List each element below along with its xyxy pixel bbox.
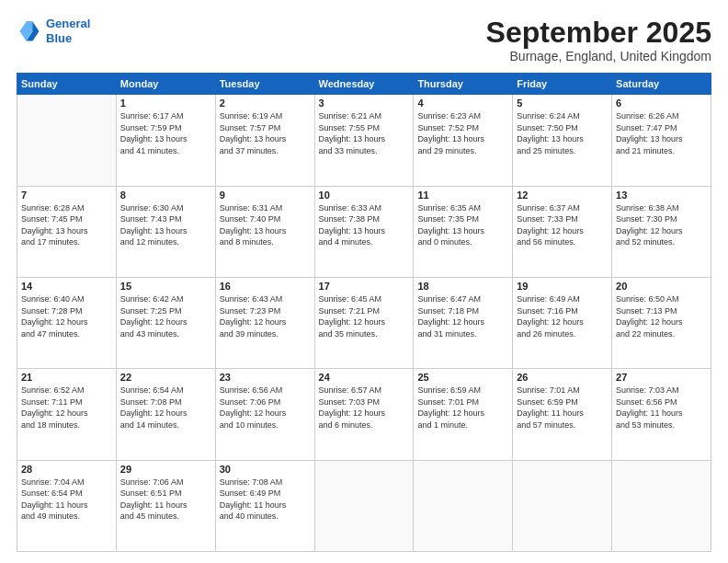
day-info: Sunrise: 6:21 AM Sunset: 7:55 PM Dayligh…	[319, 110, 410, 156]
day-info: Sunrise: 6:37 AM Sunset: 7:33 PM Dayligh…	[517, 202, 608, 248]
day-info: Sunrise: 6:38 AM Sunset: 7:30 PM Dayligh…	[616, 202, 707, 248]
day-number: 29	[120, 464, 211, 475]
day-number: 21	[21, 372, 112, 383]
day-info: Sunrise: 6:33 AM Sunset: 7:38 PM Dayligh…	[319, 202, 410, 248]
calendar-cell: 4Sunrise: 6:23 AM Sunset: 7:52 PM Daylig…	[414, 95, 513, 186]
calendar-cell: 10Sunrise: 6:33 AM Sunset: 7:38 PM Dayli…	[314, 186, 414, 277]
day-number: 1	[120, 98, 211, 109]
day-info: Sunrise: 6:54 AM Sunset: 7:08 PM Dayligh…	[120, 385, 211, 431]
day-number: 22	[120, 372, 211, 383]
day-number: 12	[517, 190, 608, 201]
calendar-cell: 18Sunrise: 6:47 AM Sunset: 7:18 PM Dayli…	[414, 277, 513, 368]
month-title: September 2025	[486, 17, 711, 49]
logo-text: General Blue	[46, 17, 90, 45]
calendar-cell: 3Sunrise: 6:21 AM Sunset: 7:55 PM Daylig…	[314, 95, 414, 186]
day-number: 24	[319, 372, 410, 383]
day-info: Sunrise: 6:28 AM Sunset: 7:45 PM Dayligh…	[21, 202, 112, 248]
calendar-cell	[314, 460, 414, 551]
day-number: 30	[220, 464, 311, 475]
calendar-cell: 21Sunrise: 6:52 AM Sunset: 7:11 PM Dayli…	[17, 369, 117, 460]
day-number: 17	[319, 281, 410, 292]
calendar-cell: 23Sunrise: 6:56 AM Sunset: 7:06 PM Dayli…	[215, 369, 314, 460]
logo-line2: Blue	[46, 31, 72, 45]
calendar-cell: 24Sunrise: 6:57 AM Sunset: 7:03 PM Dayli…	[314, 369, 414, 460]
calendar-cell: 13Sunrise: 6:38 AM Sunset: 7:30 PM Dayli…	[612, 186, 711, 277]
day-number: 11	[417, 190, 508, 201]
day-info: Sunrise: 6:24 AM Sunset: 7:50 PM Dayligh…	[517, 110, 608, 156]
calendar-cell: 8Sunrise: 6:30 AM Sunset: 7:43 PM Daylig…	[116, 186, 215, 277]
day-number: 16	[220, 281, 311, 292]
weekday-header: Thursday	[414, 74, 513, 95]
day-number: 26	[517, 372, 608, 383]
day-info: Sunrise: 6:49 AM Sunset: 7:16 PM Dayligh…	[517, 293, 608, 339]
calendar-cell: 12Sunrise: 6:37 AM Sunset: 7:33 PM Dayli…	[513, 186, 612, 277]
calendar-cell: 9Sunrise: 6:31 AM Sunset: 7:40 PM Daylig…	[215, 186, 314, 277]
day-info: Sunrise: 6:31 AM Sunset: 7:40 PM Dayligh…	[220, 202, 311, 248]
day-number: 23	[220, 372, 311, 383]
day-info: Sunrise: 6:43 AM Sunset: 7:23 PM Dayligh…	[220, 293, 311, 339]
day-number: 9	[220, 190, 311, 201]
day-info: Sunrise: 6:26 AM Sunset: 7:47 PM Dayligh…	[616, 110, 707, 156]
day-info: Sunrise: 6:45 AM Sunset: 7:21 PM Dayligh…	[319, 293, 410, 339]
day-info: Sunrise: 6:50 AM Sunset: 7:13 PM Dayligh…	[616, 293, 707, 339]
day-info: Sunrise: 7:03 AM Sunset: 6:56 PM Dayligh…	[616, 385, 707, 431]
weekday-header: Tuesday	[215, 74, 314, 95]
day-info: Sunrise: 6:57 AM Sunset: 7:03 PM Dayligh…	[319, 385, 410, 431]
day-number: 25	[417, 372, 508, 383]
day-number: 20	[616, 281, 707, 292]
calendar-cell: 25Sunrise: 6:59 AM Sunset: 7:01 PM Dayli…	[414, 369, 513, 460]
weekday-header: Monday	[116, 74, 215, 95]
calendar-cell	[513, 460, 612, 551]
day-number: 10	[319, 190, 410, 201]
day-number: 27	[616, 372, 707, 383]
calendar-cell: 30Sunrise: 7:08 AM Sunset: 6:49 PM Dayli…	[215, 460, 314, 551]
calendar-cell: 2Sunrise: 6:19 AM Sunset: 7:57 PM Daylig…	[215, 95, 314, 186]
weekday-header: Friday	[513, 74, 612, 95]
day-number: 19	[517, 281, 608, 292]
calendar-cell: 19Sunrise: 6:49 AM Sunset: 7:16 PM Dayli…	[513, 277, 612, 368]
day-number: 2	[220, 98, 311, 109]
calendar-cell: 22Sunrise: 6:54 AM Sunset: 7:08 PM Dayli…	[116, 369, 215, 460]
day-info: Sunrise: 6:35 AM Sunset: 7:35 PM Dayligh…	[417, 202, 508, 248]
calendar-cell: 1Sunrise: 6:17 AM Sunset: 7:59 PM Daylig…	[116, 95, 215, 186]
day-info: Sunrise: 6:52 AM Sunset: 7:11 PM Dayligh…	[21, 385, 112, 431]
day-number: 7	[21, 190, 112, 201]
location: Burnage, England, United Kingdom	[486, 49, 711, 63]
calendar-cell: 29Sunrise: 7:06 AM Sunset: 6:51 PM Dayli…	[116, 460, 215, 551]
weekday-header: Sunday	[17, 74, 117, 95]
day-info: Sunrise: 6:19 AM Sunset: 7:57 PM Dayligh…	[220, 110, 311, 156]
day-info: Sunrise: 6:30 AM Sunset: 7:43 PM Dayligh…	[120, 202, 211, 248]
calendar-cell	[414, 460, 513, 551]
calendar-cell: 15Sunrise: 6:42 AM Sunset: 7:25 PM Dayli…	[116, 277, 215, 368]
calendar-cell: 16Sunrise: 6:43 AM Sunset: 7:23 PM Dayli…	[215, 277, 314, 368]
day-info: Sunrise: 6:42 AM Sunset: 7:25 PM Dayligh…	[120, 293, 211, 339]
calendar-cell	[17, 95, 117, 186]
weekday-header: Saturday	[612, 74, 711, 95]
calendar-cell	[612, 460, 711, 551]
day-info: Sunrise: 6:59 AM Sunset: 7:01 PM Dayligh…	[417, 385, 508, 431]
day-number: 14	[21, 281, 112, 292]
page: General Blue September 2025 Burnage, Eng…	[0, 0, 728, 563]
day-number: 5	[517, 98, 608, 109]
logo: General Blue	[17, 17, 90, 45]
logo-line1: General	[46, 17, 90, 30]
day-info: Sunrise: 6:17 AM Sunset: 7:59 PM Dayligh…	[120, 110, 211, 156]
day-info: Sunrise: 6:23 AM Sunset: 7:52 PM Dayligh…	[417, 110, 508, 156]
calendar-cell: 7Sunrise: 6:28 AM Sunset: 7:45 PM Daylig…	[17, 186, 117, 277]
day-info: Sunrise: 7:04 AM Sunset: 6:54 PM Dayligh…	[21, 477, 112, 523]
calendar-cell: 17Sunrise: 6:45 AM Sunset: 7:21 PM Dayli…	[314, 277, 414, 368]
day-info: Sunrise: 7:08 AM Sunset: 6:49 PM Dayligh…	[220, 477, 311, 523]
day-number: 13	[616, 190, 707, 201]
day-info: Sunrise: 6:40 AM Sunset: 7:28 PM Dayligh…	[21, 293, 112, 339]
weekday-header: Wednesday	[314, 74, 414, 95]
header: General Blue September 2025 Burnage, Eng…	[17, 17, 711, 63]
calendar-cell: 14Sunrise: 6:40 AM Sunset: 7:28 PM Dayli…	[17, 277, 117, 368]
day-info: Sunrise: 7:01 AM Sunset: 6:59 PM Dayligh…	[517, 385, 608, 431]
day-number: 28	[21, 464, 112, 475]
calendar-cell: 28Sunrise: 7:04 AM Sunset: 6:54 PM Dayli…	[17, 460, 117, 551]
day-info: Sunrise: 6:56 AM Sunset: 7:06 PM Dayligh…	[220, 385, 311, 431]
day-number: 18	[417, 281, 508, 292]
calendar-cell: 11Sunrise: 6:35 AM Sunset: 7:35 PM Dayli…	[414, 186, 513, 277]
calendar-table: SundayMondayTuesdayWednesdayThursdayFrid…	[17, 73, 711, 552]
day-info: Sunrise: 6:47 AM Sunset: 7:18 PM Dayligh…	[417, 293, 508, 339]
